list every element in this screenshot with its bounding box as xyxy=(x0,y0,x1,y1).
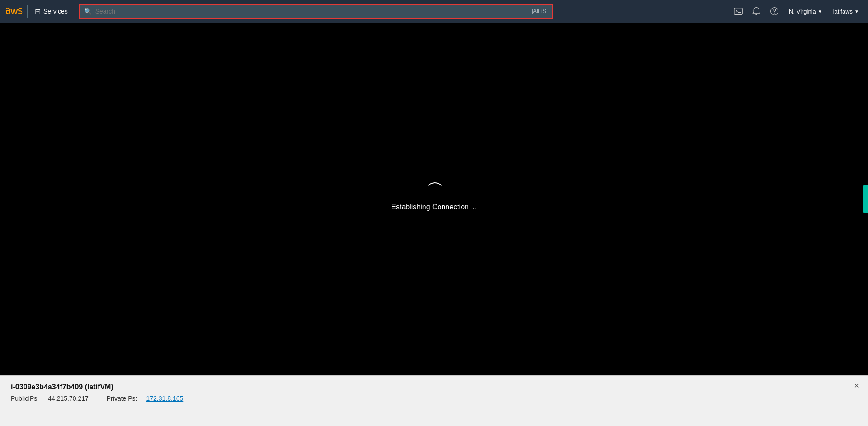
username-label: latifaws xyxy=(833,8,853,15)
search-input[interactable] xyxy=(95,8,528,15)
loading-spinner xyxy=(425,187,443,196)
services-button[interactable]: ⊞ Services xyxy=(31,5,71,18)
public-ip-value: 44.215.70.217 xyxy=(48,395,89,402)
cloudshell-icon-button[interactable] xyxy=(731,4,745,19)
region-label: N. Virginia xyxy=(789,8,816,15)
user-menu[interactable]: latifaws ▼ xyxy=(830,6,863,17)
connecting-text: Establishing Connection ... xyxy=(391,203,476,211)
help-button[interactable] xyxy=(767,4,782,19)
grid-icon: ⊞ xyxy=(35,7,41,16)
aws-logo[interactable] xyxy=(5,2,24,20)
nav-divider xyxy=(27,5,28,18)
user-chevron-icon: ▼ xyxy=(854,9,859,14)
services-label: Services xyxy=(43,8,68,15)
instance-panel: × i-0309e3b4a34f7b409 (latifVM) PublicIP… xyxy=(0,375,868,426)
svg-point-3 xyxy=(774,13,774,14)
search-icon: 🔍 xyxy=(84,8,92,15)
main-content: Establishing Connection ... xyxy=(0,23,868,375)
top-navigation: ⊞ Services 🔍 [Alt+S] xyxy=(0,0,868,23)
connecting-spinner: Establishing Connection ... xyxy=(391,187,476,211)
instance-title: i-0309e3b4a34f7b409 (latifVM) xyxy=(11,383,857,391)
nav-right: N. Virginia ▼ latifaws ▼ xyxy=(731,4,863,19)
private-ip-link[interactable]: 172.31.8.165 xyxy=(146,395,183,402)
search-container: 🔍 [Alt+S] xyxy=(79,4,553,19)
search-shortcut: [Alt+S] xyxy=(532,8,548,14)
public-ip-label: PublicIPs: xyxy=(11,395,39,402)
side-tab[interactable] xyxy=(863,185,868,213)
instance-ips: PublicIPs: 44.215.70.217 PrivateIPs: 172… xyxy=(11,395,857,402)
instance-close-button[interactable]: × xyxy=(854,381,859,391)
region-selector[interactable]: N. Virginia ▼ xyxy=(785,6,826,17)
svg-rect-0 xyxy=(734,8,742,15)
private-ip-label: PrivateIPs: xyxy=(107,395,137,402)
region-chevron-icon: ▼ xyxy=(818,9,822,14)
notifications-button[interactable] xyxy=(749,4,764,19)
